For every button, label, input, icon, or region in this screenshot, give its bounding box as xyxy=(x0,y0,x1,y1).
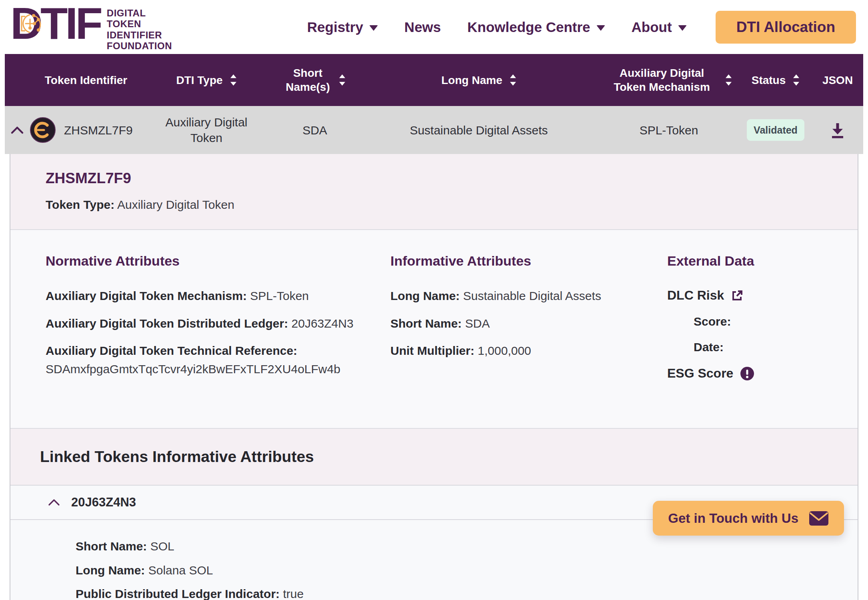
token-summary-section: ZHSMZL7F9 Token Type: Auxiliary Digital … xyxy=(10,154,858,229)
coin-icon xyxy=(30,117,56,143)
dlc-risk-link[interactable]: DLC Risk xyxy=(667,288,842,303)
nav-knowledge-centre[interactable]: Knowledge Centre xyxy=(467,19,605,35)
caret-down-icon xyxy=(678,25,687,31)
logo-wordmark: DTIF xyxy=(10,3,100,44)
sort-icon xyxy=(510,74,516,86)
normative-attributes-column: Normative Attributes Auxiliary Digital T… xyxy=(46,253,390,393)
dlc-score-label: Score: xyxy=(694,315,731,328)
nav-about[interactable]: About xyxy=(632,19,687,35)
linked-tokens-section-header: Linked Tokens Informative Attributes xyxy=(10,428,858,485)
status-badge: Validated xyxy=(747,119,804,141)
dtif-registry-page: DTIF xyxy=(0,0,868,600)
table-header-row: Token Identifier DTI Type Short Name(s) … xyxy=(5,54,863,106)
external-link-icon xyxy=(731,289,744,302)
dlc-date-label: Date: xyxy=(694,340,724,354)
alert-icon xyxy=(740,366,754,381)
sort-icon xyxy=(339,74,346,86)
download-icon xyxy=(828,121,847,139)
esg-score-item[interactable]: ESG Score xyxy=(667,366,842,381)
row-short-name: SDA xyxy=(302,122,327,138)
dti-allocation-button[interactable]: DTI Allocation xyxy=(716,11,856,44)
get-in-touch-button[interactable]: Get in Touch with Us xyxy=(653,501,844,536)
sort-icon xyxy=(230,74,237,86)
row-dti-type: Auxiliary Digital Token xyxy=(162,114,250,146)
caret-down-icon xyxy=(369,25,378,31)
normative-heading: Normative Attributes xyxy=(46,253,390,269)
nav-news[interactable]: News xyxy=(404,19,441,35)
technical-reference-value: SDAmxfpgaGmtxTqcTcvr4yi2kBwEFxTLF2XU4oLF… xyxy=(46,362,390,376)
column-header-status[interactable]: Status xyxy=(739,73,812,87)
dtif-logo[interactable]: DTIF xyxy=(10,3,172,51)
table-row: ZHSMZL7F9 Auxiliary Digital Token SDA Su… xyxy=(5,106,863,154)
envelope-icon xyxy=(809,510,829,526)
chevron-up-icon xyxy=(47,498,61,507)
caret-down-icon xyxy=(596,25,605,31)
attributes-section: Normative Attributes Auxiliary Digital T… xyxy=(10,229,858,428)
chevron-up-icon[interactable] xyxy=(9,125,25,135)
sort-icon xyxy=(793,74,800,86)
column-header-dti-type[interactable]: DTI Type xyxy=(142,73,270,87)
column-header-token-identifier: Token Identifier xyxy=(30,73,142,87)
token-type-value: Auxiliary Digital Token xyxy=(117,198,234,211)
linked-tokens-heading: Linked Tokens Informative Attributes xyxy=(40,448,842,466)
row-mechanism: SPL-Token xyxy=(640,122,698,138)
external-data-heading: External Data xyxy=(667,253,842,269)
logo-tagline: DIGITAL TOKEN IDENTIFIER FOUNDATION xyxy=(107,3,172,51)
token-id-title: ZHSMZL7F9 xyxy=(46,170,834,187)
download-json-button[interactable] xyxy=(828,121,847,139)
external-data-column: External Data DLC Risk Score: Date: ESG … xyxy=(667,253,842,393)
row-token-identifier: ZHSMZL7F9 xyxy=(64,122,133,138)
row-long-name: Sustainable Digital Assets xyxy=(410,122,548,138)
main-nav: Registry News Knowledge Centre About xyxy=(307,19,687,35)
top-navigation: DTIF xyxy=(0,0,868,54)
column-header-json: JSON xyxy=(812,73,863,87)
informative-heading: Informative Attributes xyxy=(390,253,667,269)
sort-icon xyxy=(725,74,732,86)
token-type-label: Token Type: xyxy=(46,198,114,211)
circuit-icon xyxy=(19,11,44,36)
column-header-mechanism[interactable]: Auxiliary Digital Token Mechanism xyxy=(598,66,739,94)
column-header-long-name[interactable]: Long Name xyxy=(359,73,598,87)
linked-token-id: 20J63Z4N3 xyxy=(71,495,136,510)
informative-attributes-column: Informative Attributes Long Name: Sustai… xyxy=(390,253,667,393)
column-header-short-names[interactable]: Short Name(s) xyxy=(270,66,359,94)
nav-registry[interactable]: Registry xyxy=(307,19,378,35)
